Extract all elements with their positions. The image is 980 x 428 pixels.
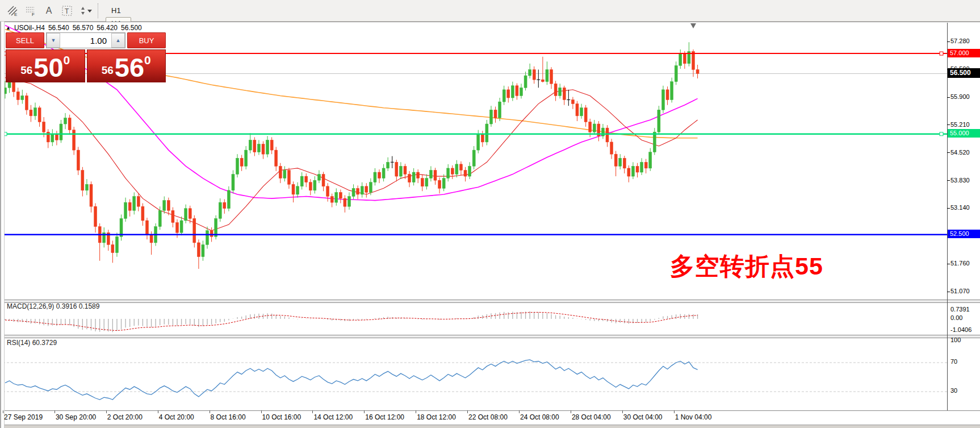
- svg-text:F: F: [32, 12, 35, 17]
- date-label[interactable]: 10 Oct 16:00: [262, 413, 301, 421]
- rsi-tick-label: 30: [950, 387, 957, 394]
- date-label[interactable]: 1 Nov 04:00: [675, 413, 712, 421]
- price-tick-mark: [947, 97, 950, 98]
- hatch-e-icon[interactable]: E: [5, 3, 20, 19]
- price-tick-label: 57.280: [950, 38, 970, 44]
- sell-price-whole: 56: [20, 64, 32, 77]
- price-tick-mark: [947, 124, 950, 125]
- date-tick-mark: [674, 410, 675, 413]
- date-tick-mark: [519, 410, 520, 413]
- svg-text:T: T: [65, 7, 69, 15]
- date-label[interactable]: 8 Oct 16:00: [211, 413, 246, 421]
- date-label[interactable]: 18 Oct 12:00: [417, 413, 456, 421]
- price-tick-mark: [947, 152, 950, 153]
- price-badge-55.000: 55.000: [948, 129, 980, 138]
- top-toolbar: E F A T M1M5M15M30H1H4D1W1MN: [0, 0, 980, 22]
- sell-price-display[interactable]: 56 50 0: [6, 49, 85, 82]
- date-tick-mark: [364, 410, 365, 413]
- ohlc-close: 56.500: [121, 24, 142, 32]
- date-label[interactable]: 30 Sep 20:00: [56, 413, 96, 421]
- date-label[interactable]: 24 Oct 08:00: [520, 413, 559, 421]
- one-click-trade-panel: SELL ▼ 1.00 ▲ BUY 56 50 0 56 56 0: [6, 32, 166, 82]
- date-label[interactable]: 2 Oct 20:00: [107, 413, 143, 421]
- dot-grid-f-icon[interactable]: F: [23, 3, 39, 19]
- rsi-label: RSI(14) 60.3729: [7, 339, 57, 347]
- chart-info-line: ▲ USOil-,H4 56.540 56.570 56.420 56.500: [6, 24, 142, 32]
- date-label[interactable]: 16 Oct 12:00: [365, 413, 404, 421]
- price-tick-label: 51.070: [950, 288, 970, 294]
- volume-field[interactable]: 1.00: [60, 33, 111, 48]
- trading-app: { "toolbar": { "timeframes": ["M1","M5",…: [0, 0, 980, 428]
- collapse-arrow-icon[interactable]: ▲: [6, 25, 11, 31]
- macd-tick-label: 0.7391: [950, 306, 970, 313]
- text-box-icon[interactable]: T: [59, 3, 75, 19]
- date-tick-mark: [158, 410, 158, 413]
- date-label[interactable]: 14 Oct 12:00: [313, 413, 353, 421]
- date-tick-mark: [55, 410, 55, 413]
- price-tick-label: 55.900: [950, 93, 970, 100]
- price-tick-label: 51.760: [950, 260, 970, 267]
- date-tick-mark: [210, 410, 210, 413]
- price-tick-label: 55.210: [950, 121, 970, 128]
- rsi-tick-label: 100: [950, 336, 961, 343]
- symbol-timeframe: USOil-,H4: [14, 24, 45, 32]
- price-badge-52.500: 52.500: [948, 230, 980, 238]
- price-tick-label: 53.830: [950, 177, 970, 184]
- date-tick-mark: [622, 410, 623, 413]
- svg-text:E: E: [14, 12, 17, 17]
- timeframe-m30[interactable]: M30: [106, 0, 131, 4]
- date-label[interactable]: 28 Oct 04:00: [572, 413, 611, 421]
- arrange-arrows-icon[interactable]: [77, 3, 93, 19]
- date-tick-mark: [106, 410, 107, 413]
- macd-indicator-canvas[interactable]: [3, 302, 947, 335]
- date-tick-mark: [571, 410, 571, 413]
- window-left-frame: [0, 22, 5, 428]
- annotation-text: 多空转折点55: [670, 250, 823, 283]
- date-tick-mark: [312, 410, 313, 413]
- price-tick-mark: [947, 180, 950, 181]
- price-tick-label: 54.520: [950, 149, 970, 156]
- price-tick-label: 53.140: [950, 204, 970, 211]
- volume-spinner: ▼ 1.00 ▲: [46, 32, 125, 48]
- price-tick-mark: [947, 264, 950, 264]
- text-label-icon[interactable]: A: [41, 3, 57, 19]
- rsi-indicator-canvas[interactable]: [3, 337, 947, 411]
- macd-tick-label: 0.00: [950, 314, 962, 321]
- buy-button[interactable]: BUY: [127, 32, 166, 48]
- buy-price-main: 56: [115, 57, 144, 79]
- timeframe-h1[interactable]: H1: [106, 4, 131, 17]
- ohlc-open: 56.540: [48, 24, 69, 32]
- rsi-tick-label: 70: [950, 358, 957, 365]
- date-tick-mark: [3, 410, 3, 413]
- chart-window[interactable]: [0, 22, 980, 428]
- price-badge-56.500: 56.500: [948, 68, 980, 78]
- ohlc-high: 56.570: [73, 24, 94, 32]
- date-tick-mark: [261, 410, 262, 413]
- buy-price-whole: 56: [102, 64, 114, 77]
- buy-price-sup: 0: [144, 53, 151, 67]
- ohlc-low: 56.420: [97, 24, 118, 32]
- date-tick-mark: [467, 410, 468, 413]
- chart-shift-marker[interactable]: [690, 23, 696, 28]
- date-label[interactable]: 30 Oct 04:00: [623, 413, 663, 421]
- macd-tick-label: -1.0406: [950, 326, 971, 333]
- macd-label: MACD(12,26,9) 0.3916 0.1589: [7, 302, 99, 310]
- sell-button[interactable]: SELL: [6, 32, 44, 48]
- price-badge-57.000: 57.000: [948, 49, 980, 57]
- date-label[interactable]: 4 Oct 20:00: [159, 413, 194, 421]
- volume-increase-button[interactable]: ▲: [111, 33, 125, 48]
- price-tick-mark: [947, 208, 950, 209]
- volume-decrease-button[interactable]: ▼: [47, 33, 60, 48]
- price-axis-border: [947, 23, 948, 410]
- price-tick-mark: [947, 41, 950, 42]
- date-label[interactable]: 27 Sep 2019: [4, 413, 43, 421]
- buy-price-display[interactable]: 56 56 0: [87, 49, 166, 82]
- toolbar-separator: [98, 3, 102, 18]
- sell-price-sup: 0: [64, 53, 70, 67]
- status-strip: [0, 425, 980, 428]
- sell-price-main: 50: [33, 57, 63, 79]
- date-tick-mark: [416, 410, 416, 413]
- date-label[interactable]: 22 Oct 08:00: [468, 413, 508, 421]
- price-tick-mark: [947, 292, 950, 292]
